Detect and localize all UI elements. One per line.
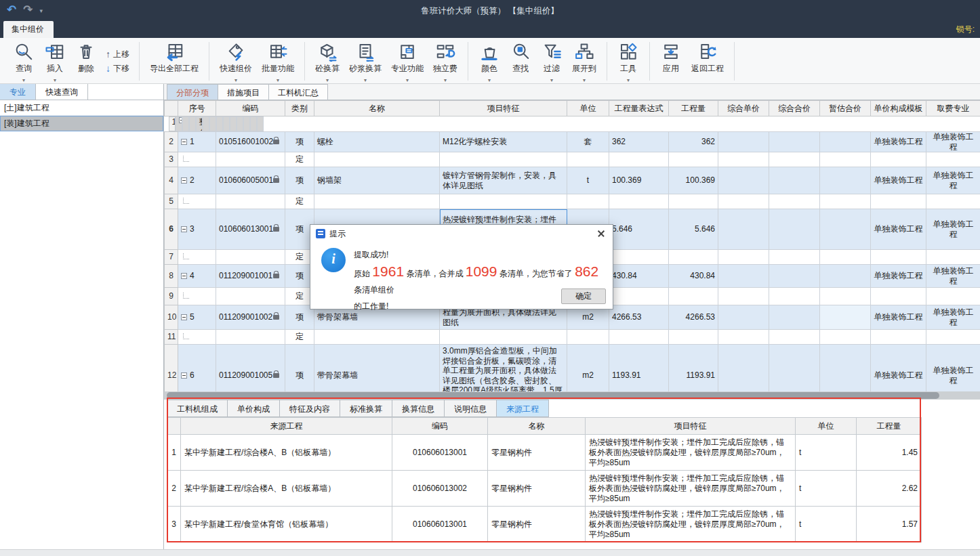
cell-feature[interactable]: 镀锌方管钢骨架制作，安装，具体详见图纸 — [440, 167, 567, 194]
tree-elbow — [183, 156, 189, 162]
insert-button[interactable]: 插入 — [39, 39, 70, 83]
tab-subsection-items[interactable]: 分部分项 — [167, 84, 218, 100]
tag-icon — [226, 41, 246, 62]
horizontal-scrollbar[interactable] — [164, 391, 980, 400]
query-button[interactable]: 查询 — [8, 39, 39, 83]
column-header-fee-specialty: 取费专业 — [926, 101, 980, 116]
separator — [304, 42, 305, 81]
window-title: 鲁班计价大师（预算） 【集中组价】 — [0, 5, 980, 17]
tab-labor-material-composition[interactable]: 工料机组成 — [167, 400, 228, 417]
ribbon-group-edit: 查询 插入 删除 上移 下移 — [4, 39, 138, 83]
column-header-estimated-price: 暂估合价 — [820, 101, 871, 116]
mortar-scroll-icon — [355, 41, 375, 62]
export-all-projects-button[interactable]: 导出全部工程 — [145, 39, 203, 83]
scrollbar-thumb[interactable] — [167, 392, 939, 399]
tab-feature-content[interactable]: 特征及内容 — [279, 400, 340, 417]
ribbon-tabstrip: 集中组价 锁号: — [0, 22, 980, 38]
tree-elbow — [183, 198, 189, 204]
column-header-rownum — [167, 418, 181, 435]
delete-button[interactable]: 删除 — [70, 39, 102, 83]
column-header-qty: 工程量 — [857, 418, 922, 435]
separator — [139, 42, 140, 81]
table-row: 2 1 010516001002 项 螺栓 M12化学螺栓安装 套 362 36… — [165, 132, 980, 152]
filter-button[interactable]: 过滤 — [536, 39, 567, 83]
expand-to-button[interactable]: 展开到 — [567, 39, 601, 83]
color-button[interactable]: 颜色 — [474, 39, 505, 83]
source-project-table: 来源工程 编码 名称 项目特征 单位 工程量 1 某中学新建工程/综合楼A、B（… — [167, 417, 922, 542]
cube-icon — [317, 41, 338, 62]
collapse-icon[interactable] — [181, 177, 187, 184]
chevron-down-icon — [364, 74, 367, 81]
lock-icon — [273, 227, 279, 232]
tab-measure-items[interactable]: 措施项目 — [218, 84, 269, 100]
column-header-code: 编码 — [216, 101, 285, 116]
paint-bucket-icon — [479, 41, 499, 62]
column-header-rownum — [165, 101, 178, 116]
tools-button[interactable]: 工具 — [613, 39, 644, 83]
tab-unit-price-composition[interactable]: 单价构成 — [227, 400, 280, 417]
app-window: { "window": { "title": "鲁班计价大师（预算） 【集中组价… — [0, 0, 980, 556]
sidebar-tabs: 专业 快速查询 — [0, 84, 163, 100]
chevron-down-icon — [583, 74, 586, 81]
cell-feature[interactable]: M12化学螺栓安装 — [440, 132, 567, 152]
separator — [734, 42, 735, 81]
chevron-down-icon — [488, 74, 491, 81]
lock-icon — [273, 315, 279, 320]
collapse-icon[interactable] — [181, 139, 187, 145]
sidebar-item-civil-project[interactable]: [土]建筑工程 — [0, 100, 163, 116]
sidebar-item-decoration-project[interactable]: [装]建筑工程 — [0, 116, 163, 131]
sidebar-tab-quick-search[interactable]: 快速查询 — [36, 84, 88, 100]
cell-name[interactable]: 钢墙架 — [314, 167, 440, 194]
column-header-unit: 单位 — [567, 101, 609, 116]
chevron-down-icon — [277, 74, 279, 81]
column-header-seq: 序号 — [178, 101, 216, 116]
trash-icon — [76, 41, 96, 62]
apply-button[interactable]: 应用 — [655, 39, 687, 83]
mortar-conversion-button[interactable]: 砂浆换算 — [344, 39, 386, 83]
tools-icon — [618, 41, 638, 62]
collapse-icon[interactable] — [181, 273, 187, 279]
chevron-down-icon — [627, 74, 630, 81]
tab-conversion-info[interactable]: 换算信息 — [392, 400, 445, 417]
collapse-icon[interactable] — [181, 372, 187, 379]
column-header-category: 类别 — [285, 101, 314, 116]
cell-name[interactable]: 整个项目 — [196, 116, 203, 131]
cell-source[interactable]: 某中学新建工程/食堂体育馆（铝板幕墙） — [181, 507, 392, 542]
separator — [468, 42, 468, 81]
dialog-titlebar: 提示 — [310, 225, 613, 242]
professional-icon — [397, 41, 417, 62]
column-header-feature: 项目特征 — [586, 418, 796, 435]
move-down-button[interactable]: 下移 — [106, 63, 129, 74]
return-to-project-button[interactable]: 返回工程 — [687, 39, 729, 83]
professional-function-button[interactable]: 专业功能 — [386, 39, 428, 83]
close-icon[interactable] — [595, 228, 607, 240]
ribbon-tab-centralized-pricing[interactable]: 集中组价 — [3, 21, 54, 38]
collapse-icon[interactable] — [181, 226, 187, 232]
cell-name[interactable]: 螺栓 — [314, 132, 440, 152]
sidebar-tab-specialty[interactable]: 专业 — [0, 84, 36, 100]
lock-icon — [273, 178, 279, 183]
independent-fee-button[interactable]: 独立费 — [428, 39, 462, 83]
collapse-icon[interactable] — [181, 314, 187, 320]
tab-description-info[interactable]: 说明信息 — [444, 400, 497, 417]
move-up-button[interactable]: 上移 — [106, 49, 129, 60]
main-area: 分部分项 措施项目 工料机汇总 序号 编码 类别 名称 项目特征 单位 工程量表… — [164, 84, 980, 549]
tab-standard-conversion[interactable]: 标准换算 — [340, 400, 392, 417]
quick-pricing-button[interactable]: 快速组价 — [215, 39, 257, 83]
ok-button[interactable]: 确定 — [561, 288, 606, 304]
move-buttons: 上移 下移 — [102, 39, 134, 83]
batch-function-button[interactable]: 批量功能 — [257, 39, 299, 83]
tab-source-project[interactable]: 来源工程 — [496, 400, 549, 417]
separator — [649, 42, 650, 81]
original-count: 1961 — [372, 263, 404, 279]
concrete-conversion-button[interactable]: 砼换算 — [310, 39, 344, 83]
find-icon — [510, 41, 531, 62]
title-bar: 鲁班计价大师（预算） 【集中组价】 — [0, 0, 980, 22]
tab-labor-material-summary[interactable]: 工料机汇总 — [268, 84, 328, 100]
insert-row-icon — [45, 41, 65, 62]
cell-source[interactable]: 某中学新建工程/综合楼A、B（铝板幕墙） — [181, 435, 392, 471]
find-button[interactable]: 查找 — [505, 39, 536, 83]
main-tabs: 分部分项 措施项目 工料机汇总 — [164, 84, 980, 100]
funnel-icon — [542, 41, 562, 62]
cell-source[interactable]: 某中学新建工程/综合楼A、B（铝板幕墙） — [181, 471, 392, 507]
